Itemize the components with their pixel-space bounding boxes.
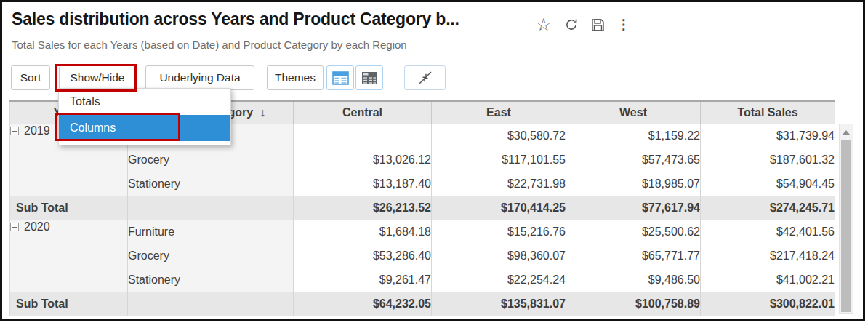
show-hide-dropdown-menu: Totals Columns	[58, 88, 231, 145]
scroll-up-arrow-icon[interactable]	[843, 130, 850, 135]
subtotal-empty-cell	[128, 196, 294, 220]
value-cell: $9,486.50	[566, 268, 701, 292]
pivot-table-view-button[interactable]	[355, 65, 383, 90]
year-group-2020: 2020	[10, 220, 128, 292]
subtotal-value: $64,232.05	[294, 292, 432, 316]
value-cell: $15,216.76	[432, 220, 566, 244]
pivot-table-icon	[361, 71, 378, 85]
subtotal-row-2019: Sub Total $26,213.52 $170,414.25 $77,617…	[10, 196, 835, 220]
flat-table-icon	[332, 71, 349, 85]
menu-item-columns[interactable]: Columns	[59, 115, 230, 141]
value-cell: $13,026.12	[294, 148, 432, 172]
value-cell: $53,286.40	[294, 244, 432, 268]
value-cell: $1,159.22	[566, 124, 701, 148]
value-cell: $25,500.62	[566, 220, 701, 244]
value-cell: $22,254.24	[432, 268, 566, 292]
title-actions: ☆ ⋮	[536, 16, 631, 33]
scrollbar-thumb[interactable]	[841, 140, 851, 312]
favorite-star-icon[interactable]: ☆	[536, 16, 552, 33]
value-cell: $41,002.21	[701, 268, 835, 292]
value-cell: $13,187.40	[294, 172, 432, 196]
subtotal-value: $77,617.94	[566, 196, 701, 220]
collapse-group-icon[interactable]	[10, 223, 19, 231]
subtotal-value: $300,822.01	[701, 292, 835, 316]
category-cell: Furniture	[128, 220, 294, 244]
value-cell: $187,601.32	[701, 148, 835, 172]
subtotal-row-2020: Sub Total $64,232.05 $135,831.07 $100,75…	[10, 292, 835, 316]
show-hide-button[interactable]: Show/Hide	[59, 65, 136, 90]
subtotal-value: $26,213.52	[294, 196, 432, 220]
menu-item-totals[interactable]: Totals	[59, 89, 230, 115]
collapse-icon	[418, 71, 433, 85]
collapse-view-button[interactable]	[404, 65, 446, 90]
subtotal-empty-cell	[128, 292, 294, 316]
save-icon[interactable]	[591, 18, 605, 32]
category-cell: Stationery	[128, 268, 294, 292]
table-row: Grocery $13,026.12 $117,101.55 $57,473.6…	[10, 148, 835, 172]
more-options-icon[interactable]: ⋮	[617, 17, 631, 32]
subtotal-value: $100,758.89	[566, 292, 701, 316]
value-cell: $217,418.24	[701, 244, 835, 268]
page-title: Sales distribution across Years and Prod…	[12, 9, 459, 29]
flat-table-view-button[interactable]	[326, 65, 354, 90]
sort-descending-icon: ↓	[260, 106, 265, 119]
column-header-west: West	[566, 101, 701, 124]
refresh-icon[interactable]	[564, 17, 579, 32]
subtotal-value: $135,831.07	[432, 292, 566, 316]
value-cell: $65,771.77	[566, 244, 701, 268]
category-cell: Grocery	[128, 148, 294, 172]
value-cell: $31,739.94	[701, 124, 835, 148]
value-cell	[294, 124, 432, 148]
category-cell: Stationery	[128, 172, 294, 196]
table-row: Stationery $9,261.47 $22,254.24 $9,486.5…	[10, 268, 835, 292]
subtotal-label: Sub Total	[10, 292, 128, 316]
value-cell: $42,401.56	[701, 220, 835, 244]
collapse-group-icon[interactable]	[10, 127, 19, 135]
subtotal-label: Sub Total	[10, 196, 128, 220]
value-cell: $1,684.18	[294, 220, 432, 244]
value-cell: $98,360.07	[432, 244, 566, 268]
subtotal-value: $274,245.71	[701, 196, 835, 220]
value-cell: $18,985.07	[566, 172, 701, 196]
report-description: Total Sales for each Years (based on Dat…	[12, 39, 407, 51]
column-header-east: East	[432, 101, 566, 124]
subtotal-value: $170,414.25	[432, 196, 566, 220]
value-cell: $57,473.65	[566, 148, 701, 172]
sort-button[interactable]: Sort	[11, 65, 50, 90]
underlying-data-button[interactable]: Underlying Data	[145, 65, 254, 90]
value-cell: $54,904.45	[701, 172, 835, 196]
value-cell: $9,261.47	[294, 268, 432, 292]
table-row: 2020 Furniture $1,684.18 $15,216.76 $25,…	[10, 220, 835, 244]
category-cell: Grocery	[128, 244, 294, 268]
value-cell: $22,731.98	[432, 172, 566, 196]
value-cell: $30,580.72	[432, 124, 566, 148]
column-header-central: Central	[294, 101, 432, 124]
column-header-total-sales: Total Sales	[701, 101, 835, 124]
table-row: Grocery $53,286.40 $98,360.07 $65,771.77…	[10, 244, 835, 268]
value-cell: $117,101.55	[432, 148, 566, 172]
table-row: Stationery $13,187.40 $22,731.98 $18,985…	[10, 172, 835, 196]
vertical-scrollbar[interactable]	[839, 124, 853, 314]
themes-button[interactable]: Themes	[267, 65, 324, 90]
